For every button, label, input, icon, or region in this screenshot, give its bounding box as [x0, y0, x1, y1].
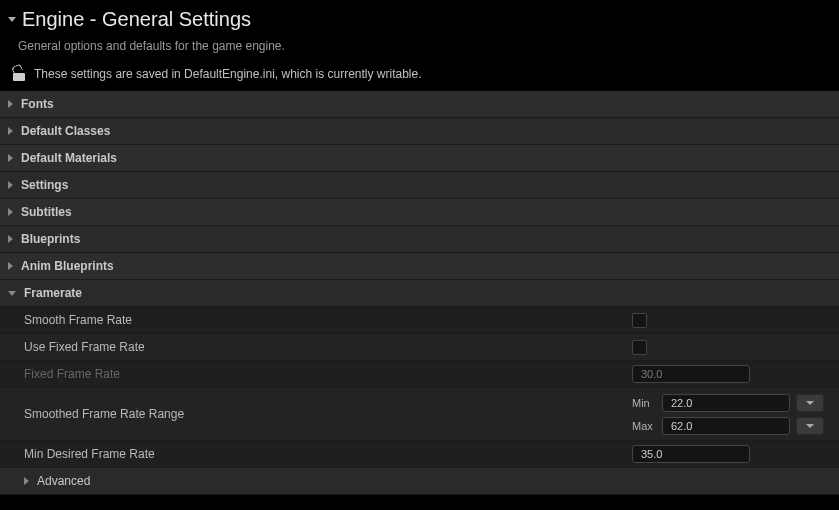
- section-advanced[interactable]: Advanced: [0, 468, 839, 495]
- prop-label: Fixed Frame Rate: [24, 367, 120, 381]
- prop-label: Use Fixed Frame Rate: [24, 340, 145, 354]
- section-label: Anim Blueprints: [21, 259, 114, 273]
- prop-smooth-frame-rate: Smooth Frame Rate: [0, 307, 839, 334]
- prop-smoothed-range: Smoothed Frame Rate Range Min Max: [0, 388, 839, 441]
- max-dropdown-button[interactable]: [796, 417, 824, 435]
- expand-icon: [8, 208, 13, 216]
- section-settings[interactable]: Settings: [0, 172, 839, 199]
- section-framerate[interactable]: Framerate: [0, 280, 839, 307]
- min-dropdown-button[interactable]: [796, 394, 824, 412]
- ini-status-text: These settings are saved in DefaultEngin…: [34, 67, 422, 81]
- section-label: Settings: [21, 178, 68, 192]
- chevron-down-icon: [806, 424, 814, 428]
- prop-label: Smooth Frame Rate: [24, 313, 132, 327]
- smooth-frame-rate-checkbox[interactable]: [632, 313, 647, 328]
- expand-icon: [8, 154, 13, 162]
- max-label: Max: [632, 420, 656, 432]
- min-desired-frame-rate-input[interactable]: [632, 445, 750, 463]
- min-label: Min: [632, 397, 656, 409]
- section-label: Fonts: [21, 97, 54, 111]
- section-default-materials[interactable]: Default Materials: [0, 145, 839, 172]
- advanced-label: Advanced: [37, 474, 90, 488]
- use-fixed-frame-rate-checkbox[interactable]: [632, 340, 647, 355]
- expand-icon: [24, 477, 29, 485]
- prop-min-desired-frame-rate: Min Desired Frame Rate: [0, 441, 839, 468]
- expand-icon: [8, 127, 13, 135]
- section-anim-blueprints[interactable]: Anim Blueprints: [0, 253, 839, 280]
- expand-icon: [8, 100, 13, 108]
- page-title: Engine - General Settings: [22, 8, 251, 31]
- sections-list: Fonts Default Classes Default Materials …: [0, 91, 839, 495]
- section-subtitles[interactable]: Subtitles: [0, 199, 839, 226]
- section-label: Default Materials: [21, 151, 117, 165]
- section-fonts[interactable]: Fonts: [0, 91, 839, 118]
- expand-icon: [8, 181, 13, 189]
- collapse-caret-icon[interactable]: [8, 17, 16, 22]
- prop-label: Min Desired Frame Rate: [24, 447, 155, 461]
- section-blueprints[interactable]: Blueprints: [0, 226, 839, 253]
- settings-header: Engine - General Settings General option…: [0, 0, 839, 91]
- smoothed-range-min-input[interactable]: [662, 394, 790, 412]
- expand-icon: [8, 262, 13, 270]
- smoothed-range-max-input[interactable]: [662, 417, 790, 435]
- fixed-frame-rate-input: [632, 365, 750, 383]
- section-default-classes[interactable]: Default Classes: [0, 118, 839, 145]
- expand-icon: [8, 235, 13, 243]
- chevron-down-icon: [806, 401, 814, 405]
- section-label: Blueprints: [21, 232, 80, 246]
- page-subtitle: General options and defaults for the gam…: [18, 39, 823, 53]
- ini-status-row: These settings are saved in DefaultEngin…: [12, 67, 823, 81]
- prop-fixed-frame-rate: Fixed Frame Rate: [0, 361, 839, 388]
- collapse-icon: [8, 291, 16, 296]
- unlock-icon: [12, 67, 26, 81]
- prop-use-fixed-frame-rate: Use Fixed Frame Rate: [0, 334, 839, 361]
- section-label: Framerate: [24, 286, 82, 300]
- section-label: Default Classes: [21, 124, 110, 138]
- section-label: Subtitles: [21, 205, 72, 219]
- prop-label: Smoothed Frame Rate Range: [24, 407, 184, 421]
